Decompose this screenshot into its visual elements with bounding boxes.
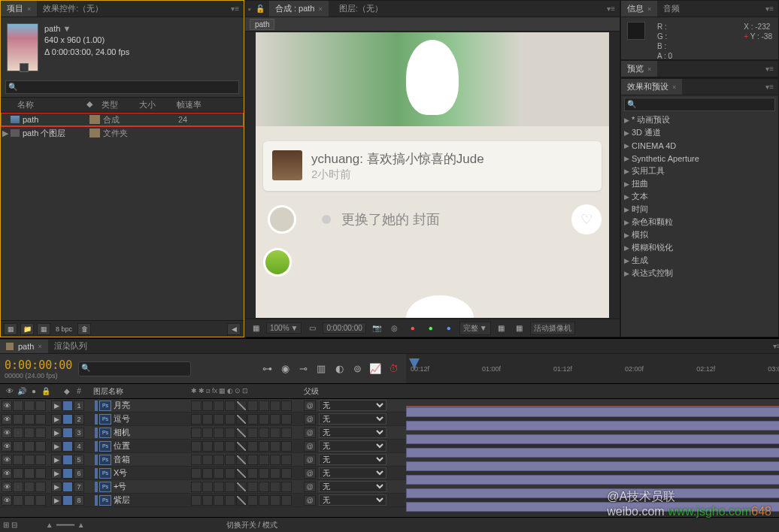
delete-button[interactable]: 🗑	[77, 323, 91, 335]
effects-category[interactable]: ▶表达式控制	[621, 267, 778, 280]
lock-toggle[interactable]	[35, 441, 46, 452]
project-item-path[interactable]: path 合成 24	[1, 113, 244, 126]
expand-icon[interactable]: ▶	[51, 401, 62, 411]
layer-duration-bar[interactable]	[406, 448, 779, 458]
label-color[interactable]	[62, 495, 73, 506]
lock-toggle[interactable]	[35, 495, 46, 506]
panel-menu-icon[interactable]: ▾≡	[761, 65, 778, 73]
audio-toggle[interactable]	[13, 482, 23, 492]
layer-name[interactable]: 紫层	[114, 494, 180, 506]
toggle-transparency-icon[interactable]: ▦	[494, 322, 509, 335]
layer-name[interactable]: 位置	[114, 440, 180, 452]
effects-presets-tab[interactable]: 效果和预设×	[621, 79, 682, 95]
brainstorm-icon[interactable]: ⊚	[349, 361, 365, 377]
parent-dropdown[interactable]: 无	[319, 440, 386, 452]
effects-search-input[interactable]	[624, 98, 775, 111]
visibility-toggle[interactable]: 👁	[2, 428, 12, 438]
parent-pickwhip-icon[interactable]: @	[304, 428, 316, 438]
info-tab[interactable]: 信息×	[621, 1, 657, 17]
audio-toggle[interactable]	[13, 428, 23, 438]
expand-icon[interactable]: ▶	[624, 270, 632, 277]
effects-category[interactable]: ▶Synthetic Aperture	[621, 152, 778, 165]
solo-toggle[interactable]	[24, 441, 35, 452]
solo-toggle[interactable]	[24, 414, 35, 425]
quality-switch[interactable]	[236, 441, 247, 452]
lock-toggle[interactable]	[35, 455, 46, 465]
panel-grip-icon[interactable]: ▪	[248, 5, 251, 14]
close-icon[interactable]: ×	[27, 5, 31, 13]
frame-blend-icon[interactable]: ▥	[313, 361, 329, 377]
expand-icon[interactable]: ▶	[51, 468, 62, 479]
project-search-input[interactable]	[5, 80, 239, 94]
expand-icon[interactable]: ▶	[51, 414, 62, 425]
new-folder-button[interactable]: 📁	[20, 323, 34, 335]
solo-toggle[interactable]	[24, 482, 35, 492]
solo-toggle[interactable]	[24, 495, 35, 506]
parent-pickwhip-icon[interactable]: @	[304, 468, 316, 479]
lock-toggle[interactable]	[35, 482, 46, 492]
time-ruler[interactable]: 00:12f01:00f01:12f02:00f02:12f03:0	[406, 354, 779, 383]
timeline-layer-row[interactable]: 👁▶1Ps月亮@无	[0, 399, 779, 413]
quality-switch[interactable]	[236, 401, 247, 411]
label-color[interactable]	[62, 482, 73, 492]
layer-duration-bar[interactable]	[406, 475, 779, 485]
parent-pickwhip-icon[interactable]: @	[304, 455, 316, 465]
expand-icon[interactable]: ▶	[624, 155, 632, 162]
panel-menu-icon[interactable]: ▾≡	[768, 342, 779, 350]
zoom-in-icon[interactable]: ▲	[77, 521, 85, 529]
label-color[interactable]	[62, 401, 73, 411]
layer-duration-bar[interactable]	[406, 488, 779, 498]
audio-toggle[interactable]	[13, 455, 23, 465]
effects-category[interactable]: ▶模拟	[621, 228, 778, 241]
effects-category[interactable]: ▶模糊和锐化	[621, 241, 778, 254]
visibility-toggle[interactable]: 👁	[2, 401, 12, 411]
effects-category[interactable]: ▶扭曲	[621, 177, 778, 190]
render-queue-tab[interactable]: 渲染队列	[48, 338, 93, 354]
current-timecode[interactable]: 0:00:00:00	[5, 358, 72, 372]
layer-name[interactable]: +号	[114, 481, 180, 492]
timeline-tab[interactable]: path×	[0, 340, 48, 353]
layer-name-header[interactable]: 图层名称	[93, 386, 191, 397]
solo-toggle[interactable]	[24, 468, 35, 479]
lock-icon[interactable]: 🔓	[256, 5, 265, 13]
panel-menu-icon[interactable]: ▾≡	[761, 5, 778, 13]
visibility-toggle[interactable]: 👁	[2, 441, 12, 452]
quality-switch[interactable]	[236, 428, 247, 438]
layer-duration-bar[interactable]	[406, 407, 779, 417]
project-tab[interactable]: 项目×	[1, 1, 37, 17]
visibility-toggle[interactable]: 👁	[2, 455, 12, 465]
layer-tab[interactable]: 图层:（无）	[333, 1, 389, 17]
expand-icon[interactable]: ▶	[624, 219, 632, 226]
parent-dropdown[interactable]: 无	[319, 467, 386, 479]
parent-dropdown[interactable]: 无	[319, 494, 386, 506]
solo-toggle[interactable]	[24, 401, 35, 411]
draft-3d-icon[interactable]: ◉	[277, 361, 293, 377]
layer-duration-bar[interactable]	[406, 502, 779, 512]
layer-name[interactable]: X号	[114, 467, 180, 479]
lock-toggle[interactable]	[35, 468, 46, 479]
label-color[interactable]	[62, 468, 73, 479]
effects-category[interactable]: ▶文本	[621, 190, 778, 203]
toggle-switches-modes[interactable]: 切换开关 / 模式	[226, 520, 277, 530]
expand-icon[interactable]: ▶	[624, 257, 632, 264]
camera-dropdown[interactable]: 活动摄像机	[530, 322, 575, 335]
expand-icon[interactable]: ▶	[51, 441, 62, 452]
composition-viewer[interactable]: ychuang: 喜欢搞小惊喜的Jude 2小时前 更换了她的 封面 ♡	[245, 32, 620, 319]
panel-menu-icon[interactable]: ▾≡	[761, 83, 778, 91]
solo-toggle[interactable]	[24, 428, 35, 438]
layer-name[interactable]: 相机	[114, 427, 180, 438]
label-icon[interactable]: ◆	[86, 99, 102, 110]
zoom-out-icon[interactable]: ▲	[46, 521, 53, 529]
audio-toggle[interactable]	[13, 468, 23, 479]
lock-toggle[interactable]	[35, 428, 46, 438]
expand-icon[interactable]: ▶	[624, 116, 632, 124]
label-color[interactable]	[89, 115, 100, 124]
dropdown-icon[interactable]: ▼	[62, 24, 71, 33]
parent-header[interactable]: 父级	[304, 386, 406, 397]
parent-pickwhip-icon[interactable]: @	[304, 414, 316, 425]
label-color[interactable]	[62, 414, 73, 425]
expand-icon[interactable]: ▶	[51, 455, 62, 465]
expand-icon[interactable]: ▶	[624, 142, 632, 150]
comp-mini-flowchart-icon[interactable]: ⊶	[259, 361, 275, 377]
quality-switch[interactable]	[236, 468, 247, 479]
